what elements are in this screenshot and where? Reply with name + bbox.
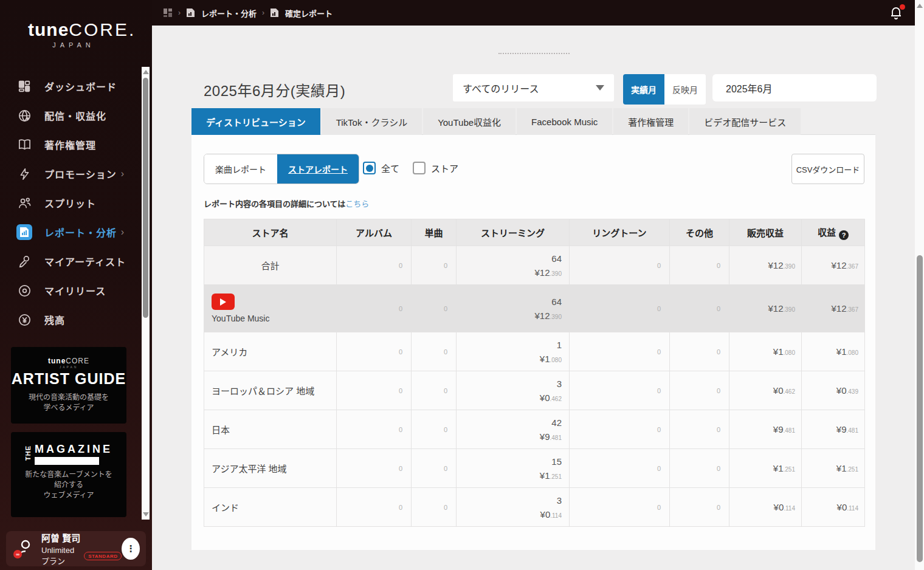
microphone-icon (16, 253, 32, 269)
note-link[interactable]: こちら (345, 199, 369, 208)
magazine-bar (35, 457, 99, 465)
sales-amount-frac: .462 (784, 388, 795, 395)
breadcrumb-separator: › (178, 9, 181, 17)
single-cell: 0 (412, 449, 457, 488)
main-content: 2025年6月分(実績月) すべてのリリース 実績月 反映月 2025年6月 デ… (152, 26, 915, 570)
sidebar-item-balance[interactable]: 残高 (0, 305, 141, 334)
ringtone-cell: 0 (570, 410, 670, 449)
sales-amount: ¥1 (773, 346, 784, 357)
sidebar-item-dashboard[interactable]: ダッシュボード (0, 72, 141, 101)
dashboard-grid-icon[interactable] (163, 8, 173, 18)
sidebar-scrollbar[interactable] (142, 67, 150, 520)
other-cell: 0 (670, 410, 729, 449)
checkbox-unchecked-icon[interactable] (413, 162, 426, 174)
scroll-up-arrow[interactable] (143, 70, 149, 74)
sidebar-item-my-artists[interactable]: マイアーティスト (0, 247, 141, 276)
stream-amount-frac: .462 (550, 396, 562, 402)
report-panel: 楽曲レポート ストアレポート 全て ストア CSVダウンロード レポート内容の各… (191, 134, 875, 550)
artist-guide-banner[interactable]: tuneCORE JAPAN ARTIST GUIDE 現代の音楽活動の基礎を … (11, 347, 126, 424)
month-input[interactable]: 2025年6月 (712, 74, 877, 101)
store-report-table: ストア名 アルバム 単曲 ストリーミング リングトーン その他 販売収益 収益?… (204, 219, 865, 527)
sidebar-item-copyright[interactable]: 著作権管理 (0, 130, 141, 159)
stream-amount-frac: .390 (550, 314, 562, 320)
single-cell: 0 (412, 285, 457, 332)
store-name-cell: YouTube Music (204, 285, 337, 332)
page-scrollbar[interactable] (915, 0, 924, 570)
stream-count: 3 (457, 379, 562, 389)
sidebar-nav: ダッシュボード 配信・収益化 著作権管理 プロモーション › スプリット (0, 72, 141, 334)
other-cell: 0 (670, 332, 729, 371)
report-type-toggle: 楽曲レポート ストアレポート (204, 154, 359, 184)
csv-download-button[interactable]: CSVダウンロード (791, 154, 864, 184)
filter-all-option[interactable]: 全て (363, 162, 399, 174)
notification-bell-icon[interactable] (889, 5, 905, 21)
user-menu-button[interactable]: ⋮ (122, 538, 140, 560)
stream-count: 42 (457, 417, 562, 428)
sidebar-item-distribution[interactable]: 配信・収益化 (0, 101, 141, 130)
stream-amount-frac: .114 (550, 512, 562, 519)
streaming-cell: 3 ¥0.114 (457, 488, 570, 527)
tab-facebook-music[interactable]: Facebook Music (517, 108, 612, 135)
table-row-japan: 日本 0 0 42 ¥9.481 0 0 ¥9.481 ¥9.481 (204, 410, 865, 449)
tunecore-logo[interactable]: tuneCORE. JAPAN (0, 0, 152, 49)
dashboard-icon (16, 78, 32, 94)
tab-distribution[interactable]: ディストリビューション (191, 108, 320, 135)
filter-store-option[interactable]: ストア (413, 162, 458, 174)
sidebar-item-my-releases[interactable]: マイリリース (0, 276, 141, 305)
store-report-button[interactable]: ストアレポート (277, 154, 359, 184)
banner-subtitle: 学べるメディア (11, 403, 126, 413)
scroll-down-arrow[interactable] (143, 512, 149, 517)
actual-month-button[interactable]: 実績月 (623, 74, 664, 105)
tab-youtube-monetization[interactable]: YouTube収益化 (423, 108, 515, 135)
logo-core: CORE. (69, 19, 136, 39)
dotted-divider (498, 53, 570, 54)
tab-video-services[interactable]: ビデオ配信サービス (689, 108, 801, 135)
song-report-button[interactable]: 楽曲レポート (204, 154, 277, 184)
page-scrollbar-thumb[interactable] (917, 255, 923, 562)
sidebar-item-promotion[interactable]: プロモーション › (0, 159, 141, 188)
reflected-month-button[interactable]: 反映月 (664, 74, 706, 105)
streaming-cell: 42 ¥9.481 (457, 410, 570, 449)
streaming-cell: 1 ¥1.080 (457, 332, 570, 371)
table-row-india: インド 0 0 3 ¥0.114 0 0 ¥0.114 ¥0.114 (204, 488, 865, 527)
people-icon (16, 195, 32, 211)
sidebar-item-label: マイアーティスト (44, 254, 126, 269)
notification-dot (900, 4, 905, 10)
revenue-amount: ¥12 (832, 260, 847, 270)
magazine-the: THE (25, 443, 32, 464)
breadcrumb-current-page: 確定レポート (285, 7, 333, 19)
tab-copyright[interactable]: 著作権管理 (613, 108, 688, 135)
sidebar-item-split[interactable]: スプリット (0, 188, 141, 218)
album-cell: 0 (337, 332, 412, 371)
album-cell: 0 (337, 488, 412, 527)
stream-amount-frac: .080 (550, 357, 562, 363)
help-icon[interactable]: ? (839, 230, 849, 240)
store-name-cell: アメリカ (204, 332, 337, 371)
breadcrumb: › レポート・分析 › 確定レポート (163, 0, 333, 26)
radio-selected-icon[interactable] (363, 162, 376, 174)
report-tabs: ディストリビューション TikTok・クラシル YouTube収益化 Faceb… (191, 108, 801, 135)
sidebar-scrollbar-thumb[interactable] (143, 78, 148, 318)
revenue-amount-frac: .114 (847, 505, 858, 512)
tab-tiktok[interactable]: TikTok・クラシル (322, 108, 422, 135)
magazine-banner[interactable]: THE MAGAZINE 新たな音楽ムーブメントを 紹介する ウェブメディア (11, 432, 126, 517)
revenue-amount-frac: .367 (847, 306, 858, 313)
store-name-cell: 合計 (204, 246, 337, 285)
release-filter-dropdown[interactable]: すべてのリリース (453, 74, 614, 101)
revenue-amount-frac: .251 (847, 466, 858, 473)
sales-amount: ¥9 (773, 424, 784, 434)
sidebar-item-reports[interactable]: レポート・分析 › (0, 218, 141, 247)
breadcrumb-report-link[interactable]: レポート・分析 (201, 7, 257, 19)
scroll-up-arrow[interactable] (917, 4, 923, 8)
album-cell: 0 (337, 246, 412, 285)
stream-amount: ¥0 (540, 393, 550, 403)
sales-cell: ¥1.251 (729, 449, 802, 488)
revenue-amount-frac: .481 (847, 427, 858, 434)
other-cell: 0 (670, 246, 729, 285)
col-streaming: ストリーミング (457, 219, 570, 246)
report-note: レポート内容の各項目の詳細についてはこちら (204, 197, 369, 209)
store-name: YouTube Music (212, 314, 269, 323)
note-text: レポート内容の各項目の詳細については (204, 199, 345, 208)
user-account-card[interactable]: ∞ 阿曽 賢司 Unlimitedプラン STANDARD ⋮ (6, 531, 146, 566)
col-sales: 販売収益 (729, 219, 802, 246)
